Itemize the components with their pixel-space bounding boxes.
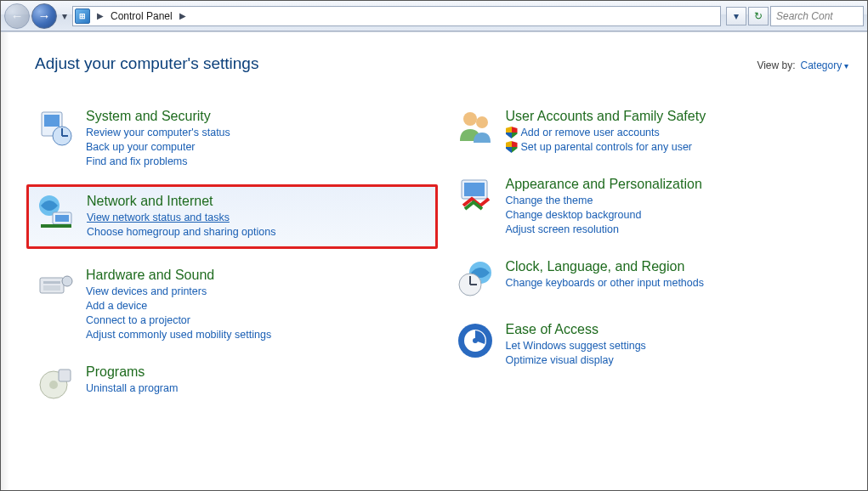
svg-rect-9: [43, 285, 60, 291]
navbar: ← → ▾ ⊞ ▶ Control Panel ▶ ▾ ↻ Search Con…: [1, 1, 867, 31]
category-network-internet: Network and Internet View network status…: [36, 192, 428, 238]
category-title[interactable]: Clock, Language, and Region: [506, 259, 704, 274]
clock-language-region-icon: [455, 257, 496, 298]
nav-history-dropdown[interactable]: ▾: [59, 3, 71, 29]
svg-rect-1: [44, 115, 60, 127]
category-title[interactable]: User Accounts and Family Safety: [506, 109, 706, 124]
history-dropdown-button[interactable]: ▾: [726, 7, 746, 25]
category-link[interactable]: Uninstall a program: [86, 382, 178, 394]
programs-icon: [35, 363, 76, 404]
category-user-accounts: User Accounts and Family Safety Add or r…: [455, 107, 849, 153]
category-appearance: Appearance and Personalization Change th…: [455, 175, 849, 235]
category-hardware-sound: Hardware and Sound View devices and prin…: [35, 266, 429, 341]
breadcrumb-item[interactable]: Control Panel: [111, 10, 173, 22]
category-title[interactable]: Network and Internet: [87, 194, 275, 209]
category-link[interactable]: Adjust screen resolution: [506, 223, 702, 235]
viewby-label: View by:: [757, 59, 795, 71]
category-link[interactable]: Change the theme: [506, 195, 702, 206]
category-clock-language-region: Clock, Language, and Region Change keybo…: [455, 257, 849, 298]
category-link[interactable]: Find and fix problems: [86, 155, 230, 167]
category-columns: System and Security Review your computer…: [35, 107, 848, 426]
svg-point-12: [49, 381, 58, 389]
category-title[interactable]: Programs: [86, 364, 178, 380]
system-security-icon: [35, 107, 76, 148]
category-link-shielded[interactable]: Add or remove user accounts: [506, 127, 706, 138]
highlighted-category: Network and Internet View network status…: [26, 184, 438, 249]
category-title[interactable]: Hardware and Sound: [86, 268, 271, 283]
content-header: Adjust your computer's settings View by:…: [35, 54, 848, 73]
search-input[interactable]: Search Cont: [770, 6, 864, 26]
category-link[interactable]: Add a device: [86, 300, 271, 312]
hardware-sound-icon: [35, 266, 76, 307]
category-link[interactable]: Change desktop background: [506, 209, 702, 221]
appearance-icon: [455, 175, 496, 216]
breadcrumb[interactable]: ⊞ ▶ Control Panel ▶: [72, 6, 721, 26]
category-link[interactable]: Let Windows suggest settings: [506, 340, 646, 352]
user-accounts-icon: [455, 107, 496, 148]
arrow-left-icon: ←: [11, 8, 24, 23]
svg-point-10: [62, 276, 72, 286]
category-link[interactable]: View devices and printers: [86, 285, 271, 297]
control-panel-icon: ⊞: [75, 8, 90, 24]
category-link[interactable]: Optimize visual display: [506, 354, 646, 366]
main-content: Adjust your computer's settings View by:…: [9, 32, 867, 490]
category-link[interactable]: Back up your computer: [86, 141, 230, 153]
category-system-security: System and Security Review your computer…: [35, 107, 429, 167]
svg-rect-8: [43, 281, 60, 284]
svg-point-22: [473, 338, 478, 343]
category-link[interactable]: Choose homegroup and sharing options: [87, 226, 275, 238]
category-ease-of-access: Ease of Access Let Windows suggest setti…: [455, 320, 849, 366]
svg-rect-17: [464, 183, 485, 196]
network-internet-icon: [36, 192, 77, 233]
chevron-right-icon[interactable]: ▶: [94, 11, 107, 20]
svg-rect-5: [55, 215, 69, 222]
category-link[interactable]: Adjust commonly used mobility settings: [86, 329, 271, 341]
content-area: Adjust your computer's settings View by:…: [1, 31, 867, 490]
column-right: User Accounts and Family Safety Add or r…: [455, 107, 849, 426]
column-left: System and Security Review your computer…: [35, 107, 429, 426]
category-link[interactable]: Connect to a projector: [86, 314, 271, 326]
svg-rect-13: [59, 370, 71, 381]
category-title[interactable]: System and Security: [86, 109, 230, 124]
category-link-shielded[interactable]: Set up parental controls for any user: [506, 141, 706, 153]
viewby-dropdown[interactable]: Category: [801, 59, 848, 71]
page-title: Adjust your computer's settings: [35, 54, 258, 73]
category-link-highlighted[interactable]: View network status and tasks: [87, 212, 275, 223]
chevron-right-icon[interactable]: ▶: [176, 11, 190, 20]
arrow-right-icon: →: [38, 8, 51, 23]
left-edge-shadow: [1, 32, 9, 490]
svg-point-15: [476, 116, 488, 128]
category-link[interactable]: Change keyboards or other input methods: [506, 277, 704, 289]
svg-rect-6: [41, 224, 71, 228]
category-programs: Programs Uninstall a program: [35, 363, 429, 404]
svg-point-14: [463, 112, 477, 126]
forward-button[interactable]: →: [31, 3, 57, 29]
window: ← → ▾ ⊞ ▶ Control Panel ▶ ▾ ↻ Search Con…: [0, 0, 868, 491]
back-button[interactable]: ←: [4, 3, 30, 29]
category-title[interactable]: Appearance and Personalization: [506, 177, 702, 192]
viewby-control: View by: Category: [757, 59, 848, 71]
refresh-button[interactable]: ↻: [748, 7, 769, 25]
category-link[interactable]: Review your computer's status: [86, 127, 230, 138]
ease-of-access-icon: [455, 320, 496, 361]
category-title[interactable]: Ease of Access: [506, 322, 646, 337]
